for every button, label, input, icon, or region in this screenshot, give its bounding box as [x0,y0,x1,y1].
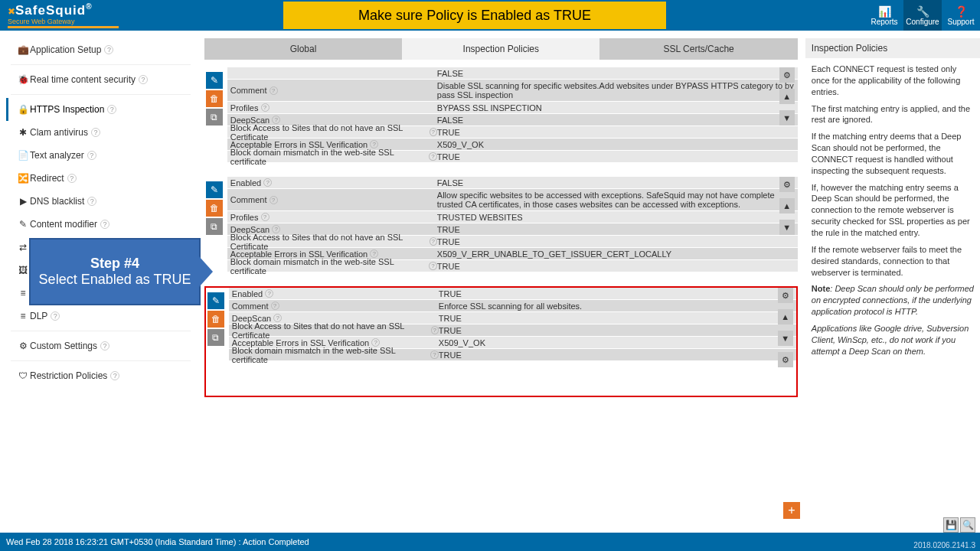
help-icon[interactable]: ? [271,302,279,310]
help-icon[interactable]: ? [429,262,437,270]
add-policy-button[interactable]: + [783,502,800,519]
sidebar-icon: 🔒 [16,104,30,115]
status-bar: Wed Feb 28 2018 16:23:21 GMT+0530 (India… [0,533,980,551]
sidebar-item-clam-antivirus[interactable]: ✱ Clam antivirus ? [6,121,198,144]
policy-row: Block Access to Sites that do not have a… [229,324,796,337]
sidebar-item-dlp[interactable]: ≡ DLP ? [6,305,198,328]
policy-row: Profiles?BYPASS SSL INSPECTION [227,102,798,114]
help-paragraph: If the matching entry deems that a Deep … [812,131,974,176]
help-panel: Inspection Policies Each CONNECT request… [805,38,980,520]
top-action-configure[interactable]: 🔧Configure [903,0,942,31]
help-icon[interactable]: ? [270,86,278,95]
policy-block: ✎🗑⧉FALSEComment?Disable SSL scanning for… [204,67,798,163]
help-note: Note: Deep Scan should only be performed… [812,283,974,318]
configure-icon: 🔧 [916,5,929,18]
edit-button[interactable]: ✎ [207,292,224,309]
edit-button[interactable]: ✎ [206,72,223,89]
sidebar-icon: 🐞 [16,74,30,85]
help-icon[interactable]: ? [100,220,109,229]
help-note: Applications like Google drive, Subversi… [812,323,974,357]
ctrl-button[interactable]: ▼ [779,110,795,126]
sidebar-icon: ⇄ [16,242,30,253]
callout-step4: Step #4 Select Enabled as TRUE [29,238,201,305]
tab-inspection-policies[interactable]: Inspection Policies [402,38,599,60]
help-paragraph: Each CONNECT request is tested only once… [812,64,974,98]
sidebar-item-real-time-content-security[interactable]: 🐞 Real time content security ? [6,68,198,91]
sidebar-icon: ▶ [16,196,30,207]
search-icon[interactable]: 🔍 [960,517,975,533]
sidebar-icon: 💼 [16,44,30,55]
ctrl-button[interactable]: ▼ [778,331,793,346]
status-text: Wed Feb 28 2018 16:23:21 GMT+0530 (India… [6,537,309,546]
sidebar-icon: 🛡 [16,370,30,381]
help-icon[interactable]: ? [430,237,437,246]
policy-row: Enabled?FALSE [227,177,798,189]
version-text: 2018.0206.2141.3 [913,541,975,549]
ctrl-button[interactable]: ▲ [779,89,795,104]
ctrl-button[interactable]: ▲ [778,309,793,324]
delete-button[interactable]: 🗑 [206,200,223,217]
copy-button[interactable]: ⧉ [206,218,223,235]
help-icon[interactable]: ? [261,103,270,112]
sidebar-icon: ✱ [16,127,30,138]
ctrl-button[interactable]: ⚙ [779,177,795,192]
policy-row: Block domain mismatch in the web-site SS… [227,260,798,272]
support-icon: ❓ [955,5,968,18]
sidebar-item-https-inspection[interactable]: 🔒 HTTPS Inspection ? [6,98,198,121]
sidebar-item-custom-settings[interactable]: ⚙ Custom Settings ? [6,334,198,357]
sidebar-icon: 🖼 [16,265,30,276]
policy-row: Comment?Disable SSL scanning for specifi… [227,80,798,102]
help-icon[interactable]: ? [139,75,148,84]
ctrl-button[interactable]: ▼ [779,220,795,235]
tab-ssl-certs-cache[interactable]: SSL Certs/Cache [599,38,797,60]
sidebar-item-redirect[interactable]: 🔀 Redirect ? [6,167,198,190]
ctrl-button[interactable]: ▲ [779,198,795,214]
help-icon[interactable]: ? [429,152,437,161]
help-icon[interactable]: ? [110,371,119,380]
policy-row: Block Access to Sites that do not have a… [227,236,798,248]
edit-button[interactable]: ✎ [206,181,223,198]
help-icon[interactable]: ? [100,341,109,350]
sidebar-icon: 📄 [16,150,30,161]
policy-row: Comment?Allow specific websites to be ac… [227,189,798,211]
help-icon[interactable]: ? [431,326,439,334]
top-actions: 📊Reports🔧Configure❓Support [865,0,980,31]
save-icon[interactable]: 💾 [943,517,959,533]
help-icon[interactable]: ? [87,197,96,206]
help-icon[interactable]: ? [430,128,437,136]
help-icon[interactable]: ? [107,105,116,114]
ctrl-button[interactable]: ⚙ [779,67,795,83]
delete-button[interactable]: 🗑 [206,90,223,107]
help-icon[interactable]: ? [91,128,100,137]
help-icon[interactable]: ? [265,289,273,298]
top-action-reports[interactable]: 📊Reports [865,0,903,31]
help-icon[interactable]: ? [87,151,96,160]
ctrl-button[interactable]: ⚙ [778,352,793,367]
help-icon[interactable]: ? [270,196,278,204]
sidebar-icon: 🔀 [16,173,30,184]
help-icon[interactable]: ? [104,45,113,54]
sidebar-icon: ⚙ [16,341,30,351]
help-icon[interactable]: ? [263,178,272,187]
copy-button[interactable]: ⧉ [207,329,224,346]
sidebar-item-text-analyzer[interactable]: 📄 Text analyzer ? [6,144,198,167]
delete-button[interactable]: 🗑 [207,311,224,328]
top-bar: ✖SafeSquid® Secure Web Gateway Make sure… [0,0,980,31]
help-icon[interactable]: ? [430,350,439,359]
tab-global[interactable]: Global [204,38,402,60]
ctrl-button[interactable]: ⚙ [778,288,793,303]
copy-button[interactable]: ⧉ [206,109,223,126]
help-title: Inspection Policies [805,38,980,58]
sidebar-item-dns-blacklist[interactable]: ▶ DNS blacklist ? [6,190,198,213]
sidebar-item-restriction-policies[interactable]: 🛡 Restriction Policies ? [6,364,198,387]
help-icon[interactable]: ? [51,311,60,321]
help-icon[interactable]: ? [67,174,77,183]
top-action-support[interactable]: ❓Support [942,0,980,31]
reports-icon: 📊 [878,5,891,18]
policy-row: Block domain mismatch in the web-site SS… [227,151,798,163]
policy-row: Block Access to Sites that do not have a… [227,126,798,139]
sidebar-item-application-setup[interactable]: 💼 Application Setup ? [6,38,198,61]
sidebar-icon: ≡ [16,311,30,321]
sidebar-item-content-modifier[interactable]: ✎ Content modifier ? [6,213,198,236]
help-icon[interactable]: ? [261,213,270,221]
